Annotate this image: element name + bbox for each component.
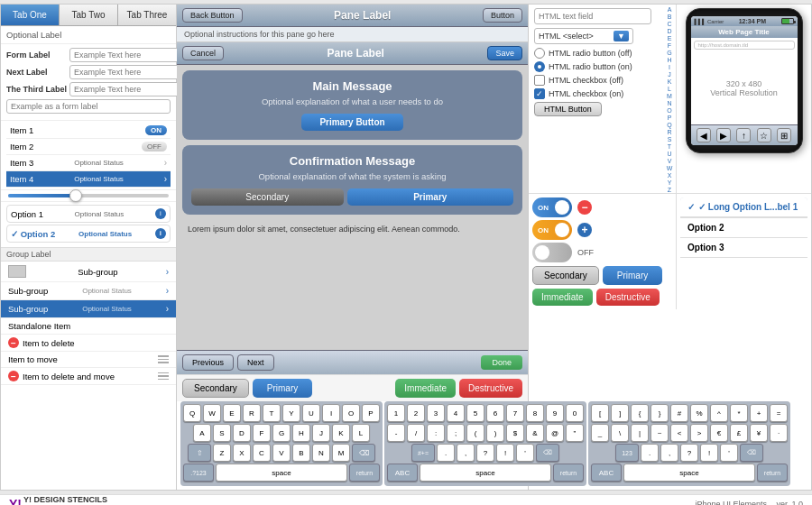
form-label-input[interactable] [6,99,171,114]
standalone-row[interactable]: Standalone Item [1,318,176,335]
slider-track[interactable] [8,194,169,197]
info-icon-2[interactable]: i [155,228,166,239]
next-button[interactable]: Next [237,354,274,371]
toggle-off-2[interactable]: OFF [142,142,167,152]
back-button[interactable]: Back Button [182,8,243,23]
primary-button[interactable]: Primary Button [301,114,402,131]
action-secondary-btn[interactable]: Secondary [182,379,249,398]
key-C[interactable]: C [253,444,271,462]
html-button[interactable]: HTML Button [534,102,602,116]
key-colon[interactable]: : [427,424,445,442]
toggle-orange[interactable]: ON [532,220,572,240]
key-K[interactable]: K [332,424,350,442]
key-6[interactable]: 6 [486,404,504,422]
key-3[interactable]: 3 [427,404,445,422]
toggle-on-1[interactable]: ON [145,125,167,135]
delete-row[interactable]: − Item to delete [1,335,176,352]
option-row-1[interactable]: Option 1 Optional Status i [6,205,171,223]
key-7[interactable]: 7 [506,404,524,422]
key-shift[interactable]: ⇧ [188,444,211,462]
reorder-move-icon[interactable] [158,372,169,381]
form-input[interactable] [69,48,180,62]
key-Z[interactable]: Z [213,444,231,462]
tab-three[interactable]: Tab Three [118,5,176,25]
key-space[interactable]: space [216,464,347,482]
delete-icon[interactable]: − [8,337,19,348]
key-N[interactable]: N [312,444,330,462]
key-D[interactable]: D [233,424,251,442]
list-item-3[interactable]: Item 3 Optional Status › [6,155,171,171]
key-T[interactable]: T [263,404,281,422]
next-input[interactable] [69,65,180,79]
key-L[interactable]: L [352,424,370,442]
phone-tb-tabs[interactable]: ⊞ [777,128,791,142]
phone-url[interactable]: http://host.domain.tld [694,41,795,50]
key-O[interactable]: O [342,404,360,422]
key-lparen[interactable]: ( [466,424,484,442]
subgroup-1[interactable]: Sub-group › [1,262,176,282]
bottom-secondary-btn[interactable]: Secondary [532,266,599,285]
radio-on-input[interactable] [534,61,545,72]
bottom-destructive-btn[interactable]: Destructive [596,289,660,306]
key-2[interactable]: 2 [407,404,425,422]
html-select-control[interactable]: HTML <select> ▼ [534,28,633,44]
action-primary-btn[interactable]: Primary [253,379,312,398]
key-q-mark[interactable]: ? [476,444,494,462]
third-input[interactable] [69,82,180,96]
checkbox-on-input[interactable]: ✓ [534,88,545,99]
long-option-2[interactable]: Option 2 [680,218,807,238]
key-H[interactable]: H [292,424,310,442]
cancel-button[interactable]: Cancel [182,46,224,60]
phone-tb-back[interactable]: ◀ [697,128,711,142]
key-return[interactable]: return [349,464,380,482]
confirm-primary-button[interactable]: Primary [347,188,514,206]
key-G[interactable]: G [272,424,291,442]
reorder-icon[interactable] [158,355,169,363]
plus-circle-icon[interactable]: + [577,223,592,237]
key-P[interactable]: P [362,404,380,422]
bottom-immediate-btn[interactable]: Immediate [532,289,593,306]
long-option-1[interactable]: ✓ ✓ Long Option L...bel 1 [680,197,807,218]
key-4[interactable]: 4 [447,404,465,422]
checkbox-off-input[interactable] [534,75,545,86]
list-item-1[interactable]: Item 1 ON [6,123,171,139]
key-I[interactable]: I [322,404,340,422]
subgroup-3[interactable]: Sub-group Optional Status › [1,300,176,318]
key-semi[interactable]: ; [447,424,465,442]
key-W[interactable]: W [203,404,221,422]
delete-move-icon[interactable]: − [8,371,19,381]
option-row-2[interactable]: ✓ Option 2 Optional Status i [6,225,171,243]
long-option-3[interactable]: Option 3 [680,238,807,258]
info-icon-1[interactable]: i [155,208,166,219]
list-item-4[interactable]: Item 4 Optional Status › [6,171,171,188]
move-row[interactable]: Item to move [1,352,176,368]
phone-tb-share[interactable]: ↑ [736,128,751,142]
html-textfield-input[interactable] [534,8,651,24]
bottom-primary-btn[interactable]: Primary [603,266,662,285]
save-button[interactable]: Save [487,46,522,60]
slider-thumb[interactable] [69,189,82,202]
destructive-button[interactable]: Destructive [459,379,522,398]
key-dollar[interactable]: $ [506,424,524,442]
toggle-big-off[interactable] [532,243,572,262]
radio-off-input[interactable] [534,48,545,59]
key-V[interactable]: V [272,444,291,462]
phone-tb-bookmark[interactable]: ☆ [757,128,771,142]
key-U[interactable]: U [302,404,320,422]
done-button[interactable]: Done [481,355,522,370]
nav-action-button[interactable]: Button [483,8,522,23]
key-A[interactable]: A [193,424,211,442]
key-X[interactable]: X [233,444,251,462]
toggle-big-on[interactable]: ON [532,197,572,217]
key-S[interactable]: S [213,424,231,442]
key-Q[interactable]: Q [183,404,201,422]
list-item-2[interactable]: Item 2 OFF [6,139,171,155]
prev-button[interactable]: Previous [182,354,234,371]
immediate-button[interactable]: Immediate [395,379,456,398]
key-M[interactable]: M [332,444,350,462]
tab-one[interactable]: Tab One [1,5,60,25]
key-comma[interactable]: , [457,444,475,462]
key-5[interactable]: 5 [466,404,484,422]
key-excl[interactable]: ! [496,444,514,462]
delete-move-row[interactable]: − Item to delete and move [1,368,176,385]
